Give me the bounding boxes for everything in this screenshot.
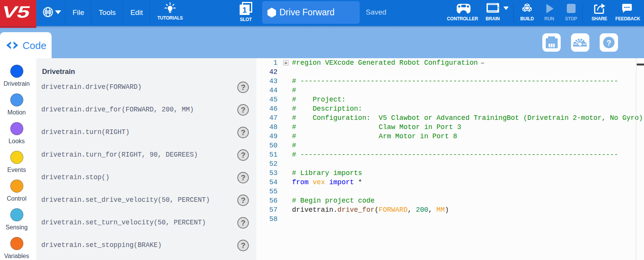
svg-text:V5: V5 [1,4,31,20]
svg-text:?: ? [607,38,612,47]
